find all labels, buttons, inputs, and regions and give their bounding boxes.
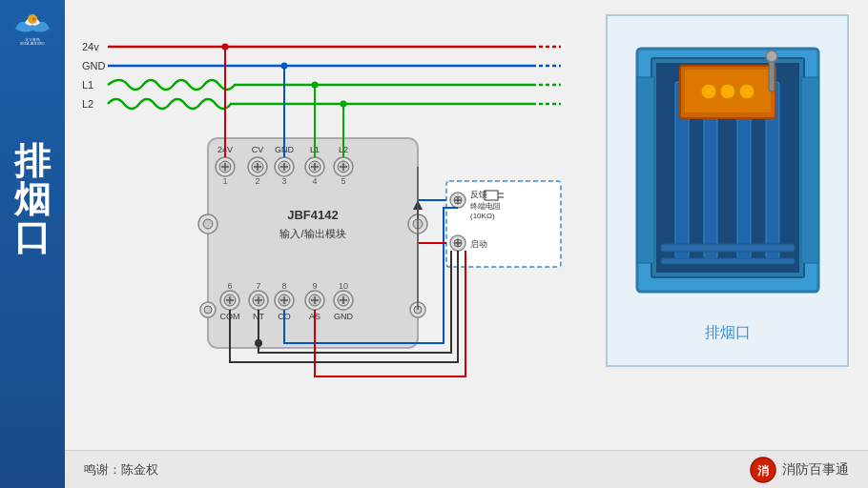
- brand-bottom-icon: 消: [750, 457, 776, 483]
- brand-bottom-text: 消防百事通: [782, 461, 849, 478]
- svg-text:消: 消: [757, 464, 769, 478]
- svg-point-120: [701, 84, 716, 99]
- title-char-2: 烟: [14, 181, 51, 217]
- svg-point-124: [766, 51, 777, 62]
- svg-text:GND: GND: [334, 312, 354, 321]
- credit-text: 鸣谢：陈金权: [84, 461, 158, 478]
- svg-text:JBF4142: JBF4142: [287, 208, 338, 222]
- svg-rect-126: [661, 258, 795, 264]
- svg-point-86: [281, 63, 288, 70]
- brand-bottom: 消 消防百事通: [750, 457, 849, 483]
- svg-text:终端电阻: 终端电阻: [470, 202, 501, 211]
- svg-text:CV: CV: [252, 145, 264, 154]
- svg-text:7: 7: [256, 281, 260, 291]
- svg-text:2: 2: [255, 176, 259, 186]
- line-24v-label: 24v: [82, 41, 99, 52]
- wiring-diagram: 24v GND L1 L2 24V CV GND L1 L2: [74, 5, 637, 415]
- product-image: [628, 39, 828, 315]
- svg-text:输入/输出模块: 输入/输出模块: [279, 228, 345, 239]
- svg-point-107: [255, 339, 262, 347]
- svg-text:1: 1: [222, 176, 227, 186]
- svg-point-84: [222, 44, 229, 51]
- svg-point-80: [204, 306, 212, 314]
- svg-text:(10KΩ): (10KΩ): [470, 212, 495, 220]
- svg-text:6: 6: [227, 281, 232, 291]
- svg-text:4: 4: [312, 176, 317, 186]
- product-label: 排烟口: [705, 323, 751, 343]
- svg-rect-125: [661, 244, 795, 252]
- line-gnd-label: GND: [82, 60, 106, 71]
- svg-rect-128: [801, 77, 818, 263]
- svg-point-88: [312, 82, 319, 89]
- product-photo-area: 排烟口: [606, 14, 849, 367]
- logo-icon: 北大青鸟 BEIDA JADE BIRD: [8, 8, 57, 46]
- main-content: 24v GND L1 L2 24V CV GND L1 L2: [65, 0, 868, 488]
- sidebar: 北大青鸟 BEIDA JADE BIRD 排 烟 口: [0, 0, 65, 488]
- logo-area: 北大青鸟 BEIDA JADE BIRD: [0, 0, 65, 53]
- svg-rect-127: [637, 77, 654, 263]
- title-char-1: 排: [14, 143, 51, 179]
- svg-text:10: 10: [339, 281, 348, 291]
- svg-text:5: 5: [341, 176, 345, 186]
- svg-point-90: [341, 101, 347, 108]
- svg-text:8: 8: [281, 281, 286, 291]
- line-l2-label: L2: [82, 98, 93, 110]
- svg-point-42: [203, 219, 213, 229]
- svg-point-122: [739, 84, 754, 99]
- svg-rect-123: [769, 58, 775, 92]
- line-l1-label: L1: [82, 79, 93, 91]
- svg-text:BEIDA JADE BIRD: BEIDA JADE BIRD: [20, 42, 45, 46]
- svg-text:启动: 启动: [470, 239, 487, 249]
- svg-text:3: 3: [281, 176, 286, 186]
- svg-text:9: 9: [312, 281, 317, 291]
- bottom-bar: 鸣谢：陈金权 消 消防百事通: [65, 450, 868, 488]
- svg-point-121: [720, 84, 735, 99]
- title-char-3: 口: [14, 219, 51, 255]
